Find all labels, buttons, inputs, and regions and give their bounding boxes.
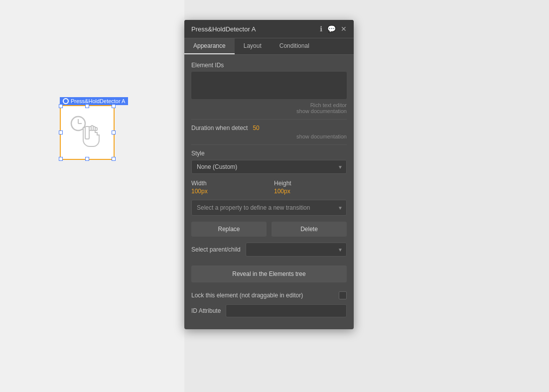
handle-bm[interactable] bbox=[85, 157, 89, 161]
id-attr-row: ID Attribute bbox=[191, 304, 347, 317]
element-name: Press&HoldDetector A bbox=[71, 98, 125, 104]
id-attr-input[interactable] bbox=[226, 304, 347, 317]
handle-tm[interactable] bbox=[85, 104, 89, 108]
divider-1 bbox=[191, 119, 347, 120]
buttons-row: Replace Delete bbox=[191, 222, 347, 237]
element-ids-input[interactable] bbox=[191, 72, 347, 99]
tab-appearance[interactable]: Appearance bbox=[184, 38, 235, 54]
element-box[interactable] bbox=[60, 105, 115, 160]
element-ids-label: Element IDs bbox=[191, 62, 347, 69]
width-field: Width 100px bbox=[191, 180, 264, 195]
size-row: Width 100px Height 100px bbox=[191, 180, 347, 195]
handle-br[interactable] bbox=[112, 157, 116, 161]
panel-header: Press&HoldDetector A ℹ 💬 ✕ bbox=[184, 20, 354, 38]
handle-bl[interactable] bbox=[59, 157, 63, 161]
show-doc-link-1[interactable]: show documentation bbox=[191, 108, 347, 114]
svg-rect-7 bbox=[85, 127, 89, 139]
show-doc-link-2[interactable]: show documentation bbox=[191, 133, 347, 139]
replace-button[interactable]: Replace bbox=[191, 222, 267, 237]
duration-value: 50 bbox=[253, 125, 259, 131]
parent-child-dropdown-wrapper: ▼ bbox=[246, 243, 347, 257]
panel-title: Press&HoldDetector A bbox=[191, 25, 256, 33]
style-dropdown[interactable]: None (Custom) bbox=[191, 160, 347, 174]
handle-ml[interactable] bbox=[59, 131, 63, 134]
tab-conditional[interactable]: Conditional bbox=[271, 38, 318, 54]
svg-rect-6 bbox=[95, 128, 97, 131]
id-attr-label: ID Attribute bbox=[191, 307, 221, 314]
rich-text-editor-link[interactable]: Rich text editor bbox=[191, 102, 347, 108]
properties-panel: Press&HoldDetector A ℹ 💬 ✕ Appearance La… bbox=[184, 20, 354, 329]
canvas-area: Press&HoldDetector A bbox=[0, 0, 184, 392]
canvas-element[interactable]: Press&HoldDetector A bbox=[60, 97, 128, 160]
handle-tr[interactable] bbox=[112, 104, 116, 108]
chat-icon[interactable]: 💬 bbox=[327, 25, 336, 33]
height-value: 100px bbox=[274, 188, 347, 195]
height-field: Height 100px bbox=[274, 180, 347, 195]
style-label: Style bbox=[191, 150, 347, 157]
delete-button[interactable]: Delete bbox=[272, 222, 347, 237]
handle-mr[interactable] bbox=[112, 131, 116, 134]
tab-layout[interactable]: Layout bbox=[235, 38, 271, 54]
meta-links: Rich text editor show documentation bbox=[191, 102, 347, 114]
info-icon[interactable]: ℹ bbox=[320, 25, 322, 33]
style-dropdown-wrapper: None (Custom) ▼ bbox=[191, 160, 347, 174]
panel-body: Element IDs Rich text editor show docume… bbox=[184, 55, 354, 329]
duration-row: Duration when detect 50 bbox=[191, 125, 347, 131]
divider-2 bbox=[191, 144, 347, 145]
handle-tl[interactable] bbox=[59, 104, 63, 108]
hand-clock-icon bbox=[67, 113, 107, 152]
width-label: Width bbox=[191, 180, 264, 187]
panel-header-icons: ℹ 💬 ✕ bbox=[320, 25, 347, 33]
transition-dropdown-wrapper: Select a property to define a new transi… bbox=[191, 200, 347, 216]
reveal-button[interactable]: Reveal in the Elements tree bbox=[191, 265, 347, 282]
width-value: 100px bbox=[191, 188, 264, 195]
transition-dropdown[interactable]: Select a property to define a new transi… bbox=[191, 200, 347, 216]
parent-child-dropdown[interactable] bbox=[246, 243, 347, 257]
element-type-icon bbox=[63, 98, 69, 104]
height-label: Height bbox=[274, 180, 347, 187]
element-label: Press&HoldDetector A bbox=[60, 97, 128, 105]
lock-checkbox[interactable] bbox=[339, 291, 347, 299]
lock-label: Lock this element (not draggable in edit… bbox=[191, 292, 303, 299]
parent-child-label: Select parent/child bbox=[191, 246, 241, 253]
duration-label: Duration when detect bbox=[191, 125, 248, 131]
meta-links-2: show documentation bbox=[191, 133, 347, 139]
lock-row: Lock this element (not draggable in edit… bbox=[191, 291, 347, 299]
parent-child-row: Select parent/child ▼ bbox=[191, 243, 347, 257]
close-icon[interactable]: ✕ bbox=[341, 25, 347, 33]
tab-bar: Appearance Layout Conditional bbox=[184, 38, 354, 55]
